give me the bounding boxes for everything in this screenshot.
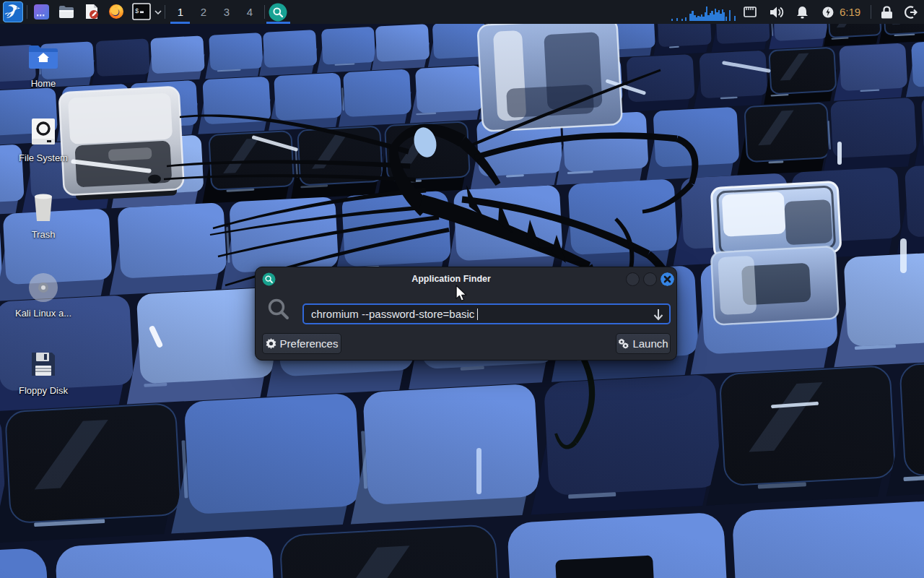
svg-text:$: $ [135, 8, 139, 15]
